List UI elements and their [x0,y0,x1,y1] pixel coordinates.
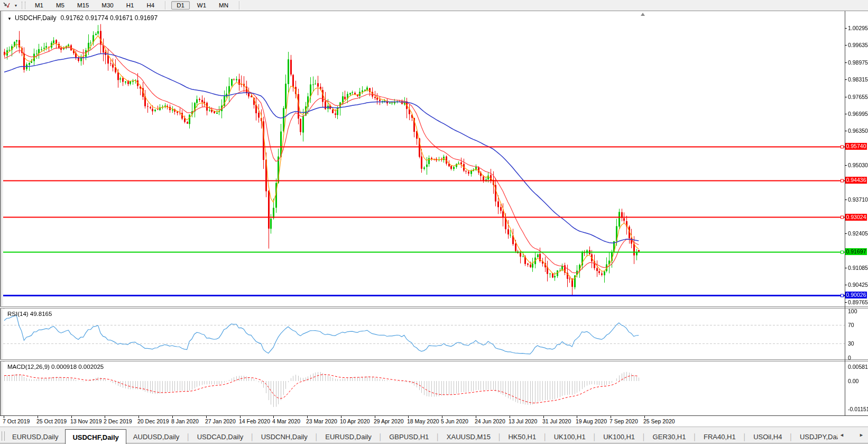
price-axis-label: 0.98975 [848,59,868,66]
price-axis-label: 0.98315 [848,76,868,83]
chart-symbol-label: USDCHF,Daily [15,14,57,22]
price-axis-label: 0.99635 [848,42,868,48]
date-axis-label: 23 Mar 2020 [306,418,337,424]
tab-usdcnh-daily[interactable]: USDCNH,Daily [254,429,315,444]
macd-panel-divider[interactable] [0,359,868,361]
tab-separator: │ [593,429,597,444]
macd-axis-label: 0.00 [848,378,868,384]
crosshair-pointer-icon[interactable] [2,1,12,10]
date-axis-label: 14 Feb 2020 [239,418,270,424]
tab-usdjpy-daily[interactable]: USDJPY,Daily [793,429,838,444]
trading-platform-window: ▼ M1M5M15M30H1H4D1W1MN ▼USDCHF,Daily0.91… [0,0,868,444]
tab-gbpusd-h1[interactable]: GBPUSD,H1 [382,429,436,444]
tab-separator: │ [789,429,793,444]
rsi-axis-label: 100 [848,308,868,314]
macd-indicator-canvas[interactable] [3,362,845,415]
price-axis-tick [845,28,847,29]
hline-price-label[interactable]: 0.95740 [845,143,867,150]
tab-separator: │ [642,429,646,444]
tab-usoil-h4[interactable]: USOil,H4 [746,429,789,444]
date-axis-label: 25 Oct 2019 [36,418,67,424]
timeframe-button-m1[interactable]: M1 [30,1,49,10]
price-chart-canvas[interactable] [3,11,845,307]
timeframe-button-m30[interactable]: M30 [96,1,118,10]
rsi-panel-divider[interactable] [0,306,868,309]
hline-price-label[interactable]: 0.91697 [845,248,867,255]
chart-window: ▼USDCHF,Daily0.91762 0.91774 0.91671 0.9… [0,11,868,427]
toolbar-separator [165,1,166,10]
price-axis-label: 0.89765 [848,299,868,305]
price-axis-label: 0.93710 [848,196,868,203]
tab-eurusd-daily[interactable]: EURUSD,Daily [318,429,378,444]
price-axis-tick [845,114,847,114]
date-axis-label: 7 Sep 2020 [610,418,638,424]
tab-audusd-daily[interactable]: AUDUSD,Daily [126,429,186,444]
date-axis-label: 18 May 2020 [407,418,439,424]
date-axis-label: 19 Aug 2020 [576,418,607,424]
chart-title: ▼USDCHF,Daily0.91762 0.91774 0.91671 0.9… [7,14,158,22]
hline-price-label[interactable]: 0.93024 [845,214,867,221]
tab-uk100-h1[interactable]: UK100,H1 [547,429,593,444]
date-axis-label: 2 Dec 2019 [104,418,132,424]
tab-usdchf-daily[interactable]: USDCHF,Daily [65,429,126,444]
price-axis-label: 0.91085 [848,265,868,271]
timeframe-button-mn[interactable]: MN [214,1,234,10]
date-axis-label: 7 Oct 2019 [3,418,30,424]
rsi-indicator-canvas[interactable] [3,309,845,360]
tab-eurusd-daily[interactable]: EURUSD,Daily [5,429,65,444]
tab-xauusd-m15[interactable]: XAUUSD,M15 [440,429,497,444]
rsi-axis-label: 30 [848,340,868,347]
tab-separator: │ [692,429,697,444]
chart-shift-marker-icon[interactable] [641,13,645,16]
date-axis-label: 13 Jul 2020 [509,418,537,424]
hline-price-label[interactable]: 0.94436 [845,177,867,184]
symbol-tab-bar: EURUSD,DailyUSDCHF,DailyAUDUSD,Daily│USD… [0,427,868,444]
tab-scroll-left-icon[interactable]: ◄ [839,432,844,438]
timeframe-button-h1[interactable]: H1 [121,1,140,10]
price-axis-label: 1.00295 [848,25,868,31]
rsi-label: RSI(14) 49.8165 [7,311,52,317]
price-axis-tick [845,165,847,166]
timeframe-button-m5[interactable]: M5 [51,1,70,10]
chart-ohlc-values: 0.91762 0.91774 0.91671 0.91697 [61,14,158,22]
timeframe-toolbar: ▼ M1M5M15M30H1H4D1W1MN [0,0,868,11]
price-axis-tick [845,302,847,303]
macd-axis-label: -0.011514 [848,406,868,412]
timeframe-button-h4[interactable]: H4 [141,1,160,10]
date-axis-label: 8 Jan 2020 [171,418,199,424]
date-axis-label: 20 Dec 2019 [137,418,169,424]
tab-separator: │ [315,429,319,444]
price-axis-tick [845,285,847,285]
price-axis-tick [845,45,847,46]
tab-uk100-h1[interactable]: UK100,H1 [596,429,642,444]
tab-scroll-right-icon[interactable]: ► [859,432,864,438]
hline-price-label[interactable]: 0.90026 [845,292,867,298]
price-axis-label: 0.96995 [848,111,868,117]
tab-separator: │ [543,429,547,444]
date-axis-label: 25 Sep 2020 [643,418,675,424]
timeframe-button-w1[interactable]: W1 [192,1,211,10]
price-axis-tick [845,97,847,97]
price-axis-tick [845,268,847,268]
tab-separator: │ [250,429,254,444]
tab-separator: │ [436,429,440,444]
tab-usdcad-daily[interactable]: USDCAD,Daily [190,429,250,444]
price-axis-tick [845,131,847,131]
price-axis-tick [845,200,847,200]
tabbar-grip [2,431,5,441]
tab-hk50-h1[interactable]: HK50,H1 [501,429,543,444]
price-axis-tick [845,62,847,63]
toolbar-separator [239,1,240,10]
tab-fra40-h1[interactable]: FRA40,H1 [697,429,743,444]
timeframe-button-d1[interactable]: D1 [171,1,190,10]
cursor-tool-dropdown-caret[interactable]: ▼ [12,4,20,7]
date-axis-label: 4 Mar 2020 [272,418,300,424]
tab-separator: │ [378,429,383,444]
timeframe-button-m15[interactable]: M15 [72,1,94,10]
price-axis-label: 0.97655 [848,94,868,100]
tab-ger30-h1[interactable]: GER30,H1 [646,429,693,444]
chart-collapse-icon[interactable]: ▼ [7,16,12,21]
date-axis-label: 29 Apr 2020 [374,418,404,424]
date-axis-label: 27 Jan 2020 [205,418,236,424]
price-axis-label: 0.92405 [848,230,868,237]
